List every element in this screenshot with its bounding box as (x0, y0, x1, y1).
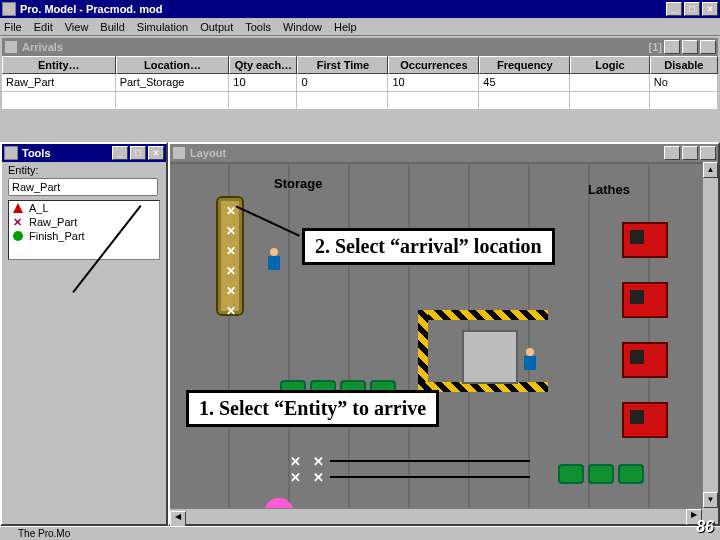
col-frequency[interactable]: Frequency (479, 56, 570, 74)
tools-close-button[interactable]: × (148, 146, 164, 160)
col-location[interactable]: Location… (116, 56, 230, 74)
menu-view[interactable]: View (65, 21, 89, 33)
tools-titlebar: Tools _ □ × (2, 144, 166, 162)
app-title: Pro. Model - Pracmod. mod (20, 3, 162, 15)
cross-icon: ✕ (13, 217, 23, 227)
taskbar-app-icon (4, 529, 14, 539)
tools-maximize-button[interactable]: □ (130, 146, 146, 160)
slot-marker-icon: ✕ (226, 284, 236, 298)
layout-titlebar: Layout _ □ × (170, 144, 718, 162)
worker-icon (266, 248, 282, 272)
grey-machine[interactable] (462, 330, 518, 384)
col-occurrences[interactable]: Occurrences (388, 56, 479, 74)
layout-minimize-button[interactable]: _ (664, 146, 680, 160)
triangle-icon (13, 203, 23, 213)
cell-first-time[interactable]: 0 (297, 74, 388, 92)
tools-minimize-button[interactable]: _ (112, 146, 128, 160)
cell-occurrences[interactable]: 10 (388, 74, 479, 92)
conveyor-line (330, 476, 530, 478)
cell-frequency[interactable]: 45 (479, 74, 570, 92)
callout-step1: 1. Select “Entity” to arrive (186, 390, 439, 427)
arrivals-title: Arrivals (22, 41, 63, 53)
app-titlebar: Pro. Model - Pracmod. mod _ □ × (0, 0, 720, 18)
col-entity[interactable]: Entity… (2, 56, 116, 74)
hazard-strip (418, 310, 428, 390)
conveyor-line (330, 460, 530, 462)
maximize-button[interactable]: □ (684, 2, 700, 16)
col-first-time[interactable]: First Time (297, 56, 388, 74)
layout-title: Layout (190, 147, 226, 159)
menu-edit[interactable]: Edit (34, 21, 53, 33)
slot-marker-icon: ✕ (226, 304, 236, 318)
lathes-label: Lathes (588, 182, 630, 197)
list-item-label: A_L (29, 202, 49, 214)
taskbar-label: The Pro.Mo (18, 528, 70, 539)
menu-file[interactable]: File (4, 21, 22, 33)
layout-horizontal-scrollbar[interactable] (170, 508, 702, 524)
slot-marker-icon: ✕ (226, 204, 236, 218)
lathe-machine[interactable] (622, 402, 668, 438)
layout-window: Layout _ □ × Storage Lathes Finish Finis… (168, 142, 720, 526)
page-number: 86 (696, 518, 714, 536)
layout-icon (172, 146, 186, 160)
slot-marker-icon: ✕ (226, 224, 236, 238)
menu-output[interactable]: Output (200, 21, 233, 33)
worker-icon (522, 348, 538, 372)
cell-qty[interactable]: 10 (229, 74, 297, 92)
arrivals-window: Arrivals [1] _ □ × Entity… Location… Qty… (0, 36, 720, 112)
arrivals-counter: [1] (649, 41, 662, 53)
storage-label: Storage (274, 176, 322, 191)
tools-window: Tools _ □ × Entity: A_L ✕ Raw_Part Finis… (0, 142, 168, 526)
arrivals-minimize-button[interactable]: _ (664, 40, 680, 54)
layout-vertical-scrollbar[interactable] (702, 162, 718, 508)
cell-entity[interactable]: Raw_Part (2, 74, 116, 92)
cell-logic[interactable] (570, 74, 650, 92)
list-item: Finish_Part (9, 229, 159, 243)
lathe-machine[interactable] (622, 342, 668, 378)
arrivals-icon (4, 40, 18, 54)
lathe-machine[interactable] (622, 282, 668, 318)
slot-marker-icon: ✕ (226, 264, 236, 278)
layout-close-button[interactable]: × (700, 146, 716, 160)
tools-title: Tools (22, 147, 51, 159)
list-item: ✕ Raw_Part (9, 215, 159, 229)
menu-help[interactable]: Help (334, 21, 357, 33)
col-disable[interactable]: Disable (650, 56, 718, 74)
col-logic[interactable]: Logic (570, 56, 650, 74)
slot-marker-icon: ✕ (226, 244, 236, 258)
green-bin[interactable] (618, 464, 644, 484)
menubar: File Edit View Build Simulation Output T… (0, 18, 720, 36)
list-item-label: Raw_Part (29, 216, 77, 228)
minimize-button[interactable]: _ (666, 2, 682, 16)
conveyor-slot-icon: ✕ ✕ (290, 470, 328, 485)
list-item-label: Finish_Part (29, 230, 85, 242)
cell-location[interactable]: Part_Storage (116, 74, 230, 92)
arrivals-grid: Entity… Location… Qty each… First Time O… (2, 56, 718, 92)
col-qty[interactable]: Qty each… (229, 56, 297, 74)
menu-tools[interactable]: Tools (245, 21, 271, 33)
arrivals-close-button[interactable]: × (700, 40, 716, 54)
taskbar: The Pro.Mo (0, 526, 720, 540)
callout-step2: 2. Select “arrival” location (302, 228, 555, 265)
close-button[interactable]: × (702, 2, 718, 16)
storage-rack[interactable]: ✕ ✕ ✕ ✕ ✕ ✕ (216, 196, 244, 316)
circle-icon (13, 231, 23, 241)
arrivals-titlebar: Arrivals [1] _ □ × (2, 38, 718, 56)
layout-maximize-button[interactable]: □ (682, 146, 698, 160)
menu-window[interactable]: Window (283, 21, 322, 33)
menu-simulation[interactable]: Simulation (137, 21, 188, 33)
entity-input[interactable] (8, 178, 158, 196)
lathe-machine[interactable] (622, 222, 668, 258)
tools-icon (4, 146, 18, 160)
green-bin[interactable] (558, 464, 584, 484)
app-icon (2, 2, 16, 16)
conveyor-slot-icon: ✕ ✕ (290, 454, 328, 469)
cell-disable[interactable]: No (650, 74, 718, 92)
arrivals-empty-row[interactable] (2, 92, 718, 110)
hazard-strip (418, 310, 548, 320)
arrivals-maximize-button[interactable]: □ (682, 40, 698, 54)
green-bin[interactable] (588, 464, 614, 484)
menu-build[interactable]: Build (100, 21, 124, 33)
entity-label: Entity: (2, 162, 166, 178)
